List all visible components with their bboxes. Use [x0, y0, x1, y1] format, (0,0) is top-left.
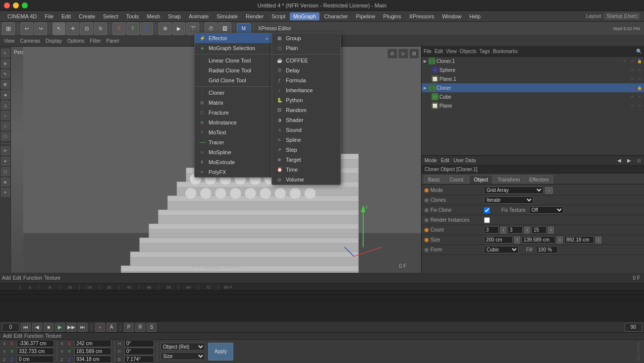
sub-volume[interactable]: ◎ Volume: [272, 175, 340, 184]
menu-file[interactable]: File: [41, 12, 57, 20]
render-cloner[interactable]: ✕: [629, 84, 636, 91]
menu-pipeline[interactable]: Pipeline: [352, 12, 378, 20]
menu-create[interactable]: Create: [75, 12, 99, 20]
count-x-stepper[interactable]: ↕: [500, 227, 506, 234]
z-axis-btn[interactable]: Z: [140, 22, 153, 35]
sub-spline[interactable]: ∿ Spline: [272, 135, 340, 145]
size-mode-select[interactable]: Size: [161, 352, 205, 360]
tl-key-goto-next[interactable]: ⏭: [78, 323, 88, 332]
attr-nav-more[interactable]: ⊟: [637, 158, 641, 163]
menu-character[interactable]: Character: [321, 12, 351, 20]
menu-fracture[interactable]: ⬡ Fracture: [195, 108, 273, 118]
menu-simulate[interactable]: Simulate: [213, 12, 241, 20]
attr-nav-left[interactable]: ◀: [617, 158, 621, 163]
tl-play-reverse[interactable]: ◀: [32, 323, 42, 332]
tool-select[interactable]: ↖: [1, 49, 10, 58]
visible-sphere[interactable]: ✓: [629, 66, 636, 73]
form-select[interactable]: Cubic: [484, 246, 519, 253]
rot-h-input[interactable]: [124, 340, 154, 347]
file-menu-rp[interactable]: File: [424, 49, 431, 54]
size-x-stepper[interactable]: ↕: [514, 237, 520, 243]
sub-target[interactable]: ⊕ Target: [272, 155, 340, 165]
objects-menu-rp[interactable]: Objects: [460, 49, 477, 54]
menu-mograph[interactable]: MoGraph: [290, 12, 320, 20]
size-x-input[interactable]: [484, 236, 513, 243]
render-plane1[interactable]: ✕: [636, 75, 643, 82]
pos-y-input[interactable]: [17, 348, 54, 355]
tree-item-cloner[interactable]: ▶ ⋮⋮ Cloner ✓ ✕ 🔒: [422, 83, 644, 92]
menu-moextrude[interactable]: ⬆ MoExtrude: [195, 157, 273, 167]
mode-select[interactable]: Grid Array: [484, 186, 543, 194]
size-y-input[interactable]: [522, 236, 555, 243]
menu-effector[interactable]: ⚡ Effector ▸: [195, 33, 273, 43]
pos-z-input[interactable]: [17, 356, 54, 363]
menu-window[interactable]: Window: [438, 12, 465, 20]
select-btn[interactable]: ↖: [53, 22, 65, 35]
edit-menu-rp[interactable]: Edit: [434, 49, 443, 54]
tool-9[interactable]: ⟳: [1, 146, 10, 155]
size-x-coord-input[interactable]: [74, 340, 111, 347]
render-btn[interactable]: ▶: [172, 22, 185, 35]
tool-4[interactable]: ◈: [1, 90, 10, 99]
count-y-stepper[interactable]: ↕: [524, 227, 530, 234]
tab-object[interactable]: Object: [469, 175, 492, 184]
attr-nav-right[interactable]: ▶: [627, 158, 631, 163]
visible-plane[interactable]: ✓: [629, 102, 636, 109]
tree-item-cube[interactable]: □ Cube ✓ ✕: [422, 92, 644, 101]
tool-1[interactable]: ⊕: [1, 59, 10, 68]
menu-motext[interactable]: T MoText: [195, 127, 273, 137]
view-menu[interactable]: View: [2, 38, 17, 44]
menu-xpressors[interactable]: XPressors: [406, 12, 438, 20]
sub-shader[interactable]: ◑ Shader: [272, 115, 340, 125]
menu-moinstance[interactable]: ⊕ MoInstance: [195, 118, 273, 127]
pos-x-input[interactable]: [17, 340, 54, 347]
scale-btn[interactable]: ⊡: [80, 22, 93, 35]
mode-expand-btn[interactable]: ↔: [545, 187, 553, 194]
tab-effectors[interactable]: Effectors: [525, 175, 553, 184]
sub-sound[interactable]: ♫ Sound: [272, 125, 340, 135]
fix-clone-check[interactable]: [484, 207, 490, 213]
coord-tab-texture[interactable]: Texture: [45, 333, 61, 339]
render-cloner1[interactable]: ✕: [629, 58, 636, 64]
tool-2[interactable]: ✎: [1, 69, 10, 78]
lock-cloner1[interactable]: 🔒: [636, 58, 643, 64]
size-z-coord-input[interactable]: [74, 356, 111, 363]
tab-coord[interactable]: Coord.: [445, 175, 469, 184]
render-instances-check[interactable]: [484, 217, 490, 223]
tool-10[interactable]: ✦: [1, 157, 10, 166]
sub-coffee[interactable]: ☕ COFFEE: [272, 56, 340, 65]
count-z-stepper[interactable]: ↕: [548, 227, 554, 234]
clones-select[interactable]: Iterate: [484, 196, 534, 204]
tl-pos-key[interactable]: P: [124, 323, 134, 332]
tree-item-sphere[interactable]: ○ Sphere ✓ ✕: [422, 65, 644, 74]
new-btn[interactable]: ⊞: [2, 22, 15, 35]
menu-linear-clone[interactable]: Linear Clone Tool: [195, 56, 273, 65]
vp-cam-btn[interactable]: ⊙: [387, 49, 397, 59]
undo-btn[interactable]: ↩: [20, 22, 33, 35]
render-sphere[interactable]: ✕: [636, 66, 643, 73]
menu-script[interactable]: Script: [268, 12, 289, 20]
tree-item-plane1[interactable]: ⬜ Plane.1 ✓ ✕: [422, 74, 644, 83]
menu-radial-clone[interactable]: Radial Clone Tool: [195, 65, 273, 75]
apply-button[interactable]: Apply: [208, 343, 233, 361]
sub-time[interactable]: ⏰ Time: [272, 165, 340, 175]
menu-snap[interactable]: Snap: [164, 12, 184, 20]
current-frame-display[interactable]: 0: [2, 323, 19, 332]
tool-13[interactable]: ≡: [1, 188, 10, 197]
visible-cube[interactable]: ✓: [629, 93, 636, 100]
count-x-input[interactable]: [484, 226, 499, 234]
sub-inheritance[interactable]: ↓ Inheritance: [272, 85, 340, 95]
y-axis-btn[interactable]: Y: [126, 22, 139, 35]
count-y-input[interactable]: [508, 226, 523, 234]
sub-python[interactable]: 🐍 Python: [272, 95, 340, 105]
fix-texture-select[interactable]: Off: [529, 206, 564, 214]
tl-stop[interactable]: ■: [44, 323, 54, 332]
size-z-stepper[interactable]: ↕: [595, 237, 601, 243]
menu-cinema4d[interactable]: CINEMA 4D: [4, 12, 40, 20]
tl-rot-key[interactable]: R: [135, 323, 145, 332]
display-menu[interactable]: Display: [44, 38, 64, 44]
menu-render[interactable]: Render: [242, 12, 267, 20]
sub-group[interactable]: ▦ Group: [272, 33, 340, 43]
visible-cloner1[interactable]: ✓: [621, 58, 628, 64]
minimize-button[interactable]: [13, 2, 19, 8]
